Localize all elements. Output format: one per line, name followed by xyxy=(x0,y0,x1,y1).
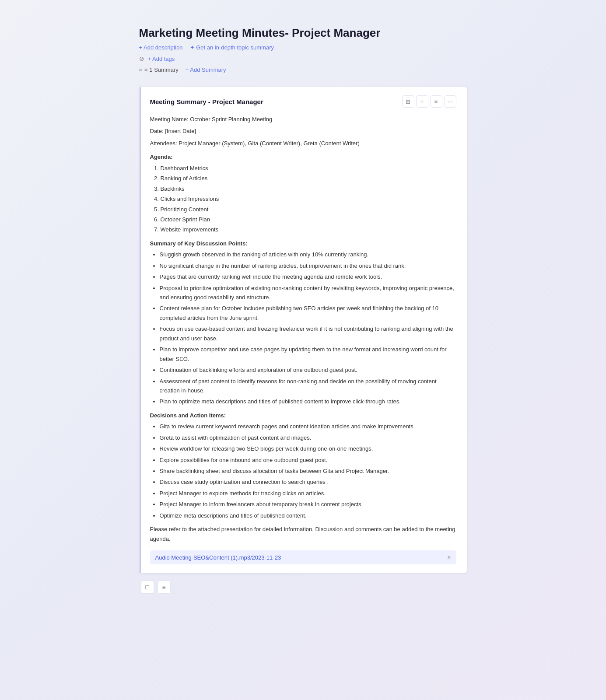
ai-summary-link[interactable]: ✦ Get an in-depth topic summary xyxy=(190,44,274,51)
attachment-name[interactable]: Audio Meeting-SEO&Content (1).mp3/2023-1… xyxy=(155,554,281,561)
list-item: Proposal to prioritize optimization of e… xyxy=(160,284,456,302)
list-item: Plan to improve competitor and use case … xyxy=(160,345,456,364)
footer-note: Please refer to the attached presentatio… xyxy=(150,525,456,543)
list-item: Prioritizing Content xyxy=(161,205,456,214)
grid-action-button[interactable]: ⊞ xyxy=(402,95,414,108)
decisions-label: Decisions and Action Items: xyxy=(150,411,456,420)
meeting-date: Date: [Insert Date] xyxy=(150,126,456,136)
add-summary-link[interactable]: + Add Summary xyxy=(186,66,226,73)
attachment-bar: Audio Meeting-SEO&Content (1).mp3/2023-1… xyxy=(150,550,456,564)
list-item: Plan to optimize meta descriptions and t… xyxy=(160,397,456,406)
list-item: Project Manager to explore methods for t… xyxy=(160,489,456,498)
list-item: Pages that are currently ranking well in… xyxy=(160,272,456,281)
menu-action-button[interactable]: ≡ xyxy=(430,95,442,108)
list-item: October Sprint Plan xyxy=(161,215,456,224)
list-item: Clicks and Impressions xyxy=(161,194,456,203)
circle-action-button[interactable]: ○ xyxy=(416,95,428,108)
summary-icon: ≡ xyxy=(139,66,143,73)
summary-card-header: Meeting Summary - Project Manager ⊞ ○ ≡ … xyxy=(150,95,456,108)
list-item: Greta to assist with optimization of pas… xyxy=(160,433,456,442)
bottom-controls: □ ≡ xyxy=(139,581,467,594)
action-items-list: Gita to review current keyword research … xyxy=(150,422,456,520)
list-item: Project Manager to inform freelancers ab… xyxy=(160,500,456,509)
list-item: Sluggish growth observed in the ranking … xyxy=(160,250,456,259)
list-item: Dashboard Metrics xyxy=(161,164,456,173)
add-tags-link[interactable]: + Add tags xyxy=(148,56,175,62)
list-item: Explore possibilities for one inbound an… xyxy=(160,455,456,465)
list-item: Website Improvements xyxy=(161,225,456,234)
list-item: Backlinks xyxy=(161,184,456,193)
tag-icon: ⊘ xyxy=(139,55,144,62)
summary-row: ≡ ≡ 1 Summary + Add Summary xyxy=(139,66,467,73)
list-item: Focus on use case-based content and free… xyxy=(160,324,456,343)
summary-count: ≡ ≡ 1 Summary xyxy=(139,66,179,73)
list-item: Gita to review current keyword research … xyxy=(160,422,456,431)
doc-title: Marketing Meeting Minutes- Project Manag… xyxy=(139,26,467,40)
card-border-indicator xyxy=(140,87,141,573)
agenda-list: Dashboard Metrics Ranking of Articles Ba… xyxy=(150,164,456,234)
discussion-list: Sluggish growth observed in the ranking … xyxy=(150,250,456,406)
attachment-close-icon[interactable]: × xyxy=(447,554,451,561)
list-item: Optimize meta descriptions and titles of… xyxy=(160,511,456,520)
list-item: No significant change in the number of r… xyxy=(160,261,456,270)
checkbox-button[interactable]: □ xyxy=(141,581,154,594)
meeting-attendees: Attendees: Project Manager (System), Git… xyxy=(150,139,456,148)
more-action-button[interactable]: ⋯ xyxy=(444,95,456,108)
list-item: Content release plan for October include… xyxy=(160,304,456,322)
summary-card: Meeting Summary - Project Manager ⊞ ○ ≡ … xyxy=(139,86,467,574)
list-button[interactable]: ≡ xyxy=(158,581,171,594)
agenda-label: Agenda: xyxy=(150,152,456,161)
summary-count-label: ≡ 1 Summary xyxy=(144,66,179,73)
header-actions: + Add description ✦ Get an in-depth topi… xyxy=(139,44,467,51)
list-item: Share backlinking sheet and discuss allo… xyxy=(160,466,456,476)
doc-header: Marketing Meeting Minutes- Project Manag… xyxy=(139,18,467,86)
meeting-name: Meeting Name: October Sprint Planning Me… xyxy=(150,115,456,124)
summary-content: Meeting Name: October Sprint Planning Me… xyxy=(150,115,456,543)
list-item: Ranking of Articles xyxy=(161,174,456,183)
add-description-link[interactable]: + Add description xyxy=(139,44,183,51)
discussion-label: Summary of Key Discussion Points: xyxy=(150,239,456,248)
list-item: Review workflow for releasing two SEO bl… xyxy=(160,444,456,453)
tags-row: ⊘ + Add tags xyxy=(139,55,467,62)
list-item: Discuss case study optimization and conn… xyxy=(160,477,456,486)
list-item: Assessment of past content to identify r… xyxy=(160,377,456,396)
summary-card-title: Meeting Summary - Project Manager xyxy=(150,98,263,105)
list-item: Continuation of backlinking efforts and … xyxy=(160,365,456,374)
card-actions: ⊞ ○ ≡ ⋯ xyxy=(402,95,456,108)
page-container: Marketing Meeting Minutes- Project Manag… xyxy=(139,18,467,682)
